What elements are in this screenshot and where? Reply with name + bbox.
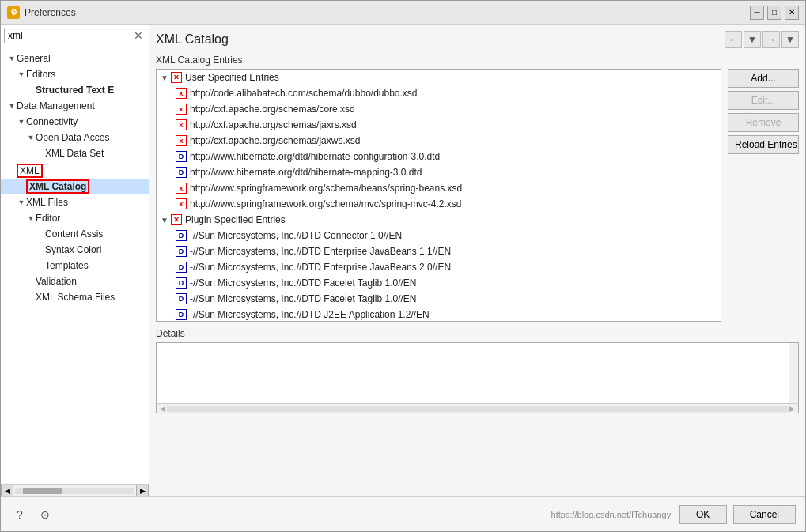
plugin-specified-group[interactable]: ▼ ✕ Plugin Specified Entries [157, 212, 721, 228]
user-specified-group[interactable]: ▼ ✕ User Specified Entries [157, 70, 721, 85]
sidebar-item-xml-data-set[interactable]: XML Data Set [1, 145, 149, 161]
minimize-button[interactable]: ─ [750, 6, 764, 20]
plugin-entry-3[interactable]: D -//Sun Microsystems, Inc.//DTD Facelet… [157, 275, 721, 291]
preferences-window: ⚙ Preferences ─ □ ✕ ✕ ▼ General [0, 0, 806, 532]
toggle-user-specified: ▼ [160, 74, 169, 82]
sidebar-item-xml-catalog[interactable]: XML Catalog [1, 179, 149, 194]
add-button[interactable]: Add... [728, 69, 799, 88]
sidebar-label-templates: Templates [45, 260, 89, 271]
plugin-entry-2[interactable]: D -//Sun Microsystems, Inc.//DTD Enterpr… [157, 259, 721, 275]
forward-button[interactable]: → [762, 31, 780, 48]
user-entry-3[interactable]: x http://cxf.apache.org/schemas/jaxws.xs… [157, 133, 721, 149]
user-entry-url-1: http://cxf.apache.org/schemas/core.xsd [190, 104, 355, 115]
user-entry-url-4: http://www.hibernate.org/dtd/hibernate-c… [190, 151, 440, 162]
search-input[interactable] [4, 28, 131, 43]
bottom-left: ? ⊙ [10, 505, 55, 524]
maximize-button[interactable]: □ [767, 6, 781, 20]
sidebar-item-templates[interactable]: Templates [1, 258, 149, 274]
dtd-icon-p2: D [176, 262, 187, 273]
toggle-open-data-access: ▼ [26, 133, 36, 142]
sidebar-item-xml[interactable]: XML [1, 163, 149, 179]
user-entry-5[interactable]: D http://www.hibernate.org/dtd/hibernate… [157, 164, 721, 180]
sidebar-item-xml-files[interactable]: ▼ XML Files [1, 194, 149, 210]
sidebar-label-xml-schema-files: XML Schema Files [36, 292, 115, 303]
panel-toolbar: ← ▼ → ▼ [725, 31, 799, 48]
back-dropdown-button[interactable]: ▼ [744, 31, 761, 48]
sidebar-item-data-management[interactable]: ▼ Data Management [1, 98, 149, 114]
main-area: ✕ ▼ General ▼ Editors Structured Text E [1, 25, 805, 496]
plugin-entry-1[interactable]: D -//Sun Microsystems, Inc.//DTD Enterpr… [157, 243, 721, 259]
tree-area: ▼ General ▼ Editors Structured Text E ▼ … [1, 47, 149, 484]
sidebar-item-general[interactable]: ▼ General [1, 51, 149, 66]
dtd-icon-5: D [176, 167, 187, 178]
sidebar-item-content-assist[interactable]: Content Assis [1, 226, 149, 242]
sidebar-item-xml-schema-files[interactable]: XML Schema Files [1, 289, 149, 305]
sidebar-item-open-data-access[interactable]: ▼ Open Data Acces [1, 130, 149, 145]
info-button[interactable]: ⊙ [36, 505, 55, 524]
details-section: Details ◀ ▶ [156, 328, 799, 413]
sidebar-item-syntax-coloring[interactable]: Syntax Colori [1, 242, 149, 258]
ok-button[interactable]: OK [679, 505, 727, 524]
cancel-button[interactable]: Cancel [733, 505, 796, 524]
user-entry-7[interactable]: x http://www.springframework.org/schema/… [157, 196, 721, 212]
toggle-plugin-specified: ▼ [160, 216, 169, 224]
toggle-xml-catalog [17, 182, 26, 191]
user-entry-6[interactable]: x http://www.springframework.org/schema/… [157, 180, 721, 196]
sidebar-label-xml-catalog: XML Catalog [26, 179, 89, 194]
search-clear-button[interactable]: ✕ [131, 28, 146, 43]
toggle-content-assist [36, 229, 45, 239]
user-specified-label: User Specified Entries [185, 72, 279, 83]
details-scrollbar-vertical[interactable] [789, 343, 798, 413]
title-bar-left: ⚙ Preferences [7, 6, 76, 19]
user-entry-2[interactable]: x http://cxf.apache.org/schemas/jaxrs.xs… [157, 117, 721, 133]
sidebar-item-editors[interactable]: ▼ Editors [1, 66, 149, 82]
dtd-icon-p1: D [176, 246, 187, 257]
toggle-data-management: ▼ [7, 101, 17, 111]
user-entry-0[interactable]: x http://code.alibabatech.com/schema/dub… [157, 85, 721, 101]
scroll-right-button[interactable]: ▶ [136, 485, 149, 497]
toggle-xml-schema-files [26, 292, 36, 302]
catalog-buttons: Add... Edit... Remove Reload Entries [728, 69, 799, 322]
catalog-list-area: ▼ ✕ User Specified Entries x http://code… [156, 69, 799, 322]
window-title: Preferences [25, 7, 76, 18]
help-button[interactable]: ? [10, 505, 29, 524]
sidebar-item-connectivity[interactable]: ▼ Connectivity [1, 114, 149, 130]
user-entry-4[interactable]: D http://www.hibernate.org/dtd/hibernate… [157, 149, 721, 164]
toggle-structured-text [26, 85, 36, 95]
app-icon: ⚙ [7, 6, 20, 19]
toggle-editor: ▼ [26, 213, 36, 223]
sidebar-label-content-assist: Content Assis [45, 228, 103, 240]
close-button[interactable]: ✕ [785, 6, 799, 20]
back-button[interactable]: ← [725, 31, 742, 48]
sidebar-item-structured-text[interactable]: Structured Text E [1, 82, 149, 98]
remove-button[interactable]: Remove [728, 113, 799, 132]
toggle-xml [7, 166, 17, 175]
dtd-icon-p5: D [176, 309, 187, 320]
scroll-left-button[interactable]: ◀ [1, 485, 13, 497]
sidebar-item-editor[interactable]: ▼ Editor [1, 210, 149, 226]
edit-button[interactable]: Edit... [728, 91, 799, 110]
dtd-icon-p3: D [176, 277, 187, 289]
reload-entries-button[interactable]: Reload Entries [728, 135, 799, 154]
user-entry-url-5: http://www.hibernate.org/dtd/hibernate-m… [190, 167, 422, 178]
catalog-list[interactable]: ▼ ✕ User Specified Entries x http://code… [156, 69, 721, 322]
forward-dropdown-button[interactable]: ▼ [781, 31, 799, 48]
plugin-entry-url-0: -//Sun Microsystems, Inc.//DTD Connector… [190, 230, 402, 241]
dtd-icon-p4: D [176, 293, 187, 304]
plugin-specified-label: Plugin Specified Entries [185, 214, 286, 225]
details-scrollbar-horizontal[interactable]: ◀ ▶ [157, 403, 798, 413]
sidebar-scrollbar[interactable]: ◀ ▶ [1, 484, 149, 496]
plugin-entry-url-3: -//Sun Microsystems, Inc.//DTD Facelet T… [190, 277, 417, 289]
plugin-entry-0[interactable]: D -//Sun Microsystems, Inc.//DTD Connect… [157, 228, 721, 243]
toggle-xml-files: ▼ [17, 198, 26, 207]
dtd-icon-4: D [176, 151, 187, 162]
sidebar-item-validation[interactable]: Validation [1, 274, 149, 289]
user-entry-1[interactable]: x http://cxf.apache.org/schemas/core.xsd [157, 101, 721, 117]
panel-title: XML Catalog [156, 32, 229, 47]
sidebar-label-syntax-coloring: Syntax Colori [45, 244, 101, 255]
sidebar-label-structured-text: Structured Text E [36, 85, 114, 96]
user-entry-url-3: http://cxf.apache.org/schemas/jaxws.xsd [190, 135, 360, 146]
plugin-entry-4[interactable]: D -//Sun Microsystems, Inc.//DTD Facelet… [157, 291, 721, 307]
plugin-entry-5[interactable]: D -//Sun Microsystems, Inc.//DTD J2EE Ap… [157, 307, 721, 322]
details-box[interactable]: ◀ ▶ [156, 342, 799, 413]
